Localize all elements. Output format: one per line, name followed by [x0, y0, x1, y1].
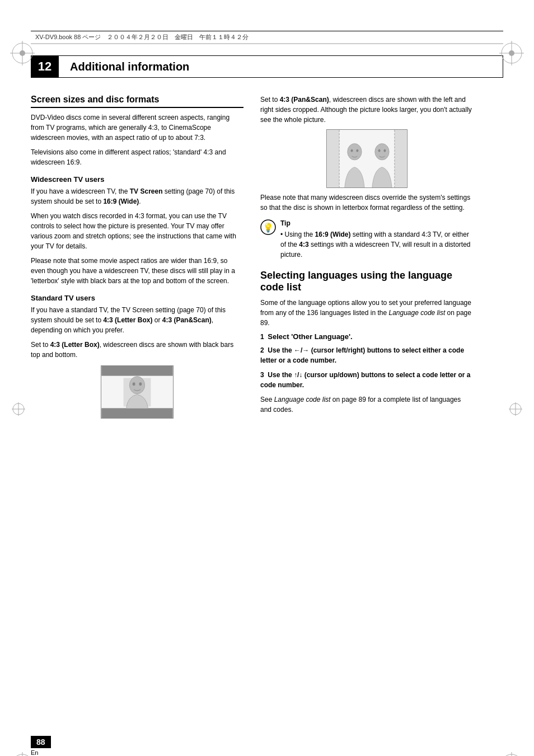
reg-mark-left	[10, 401, 27, 417]
standard-text2: Set to 4:3 (Letter Box), widescreen disc…	[31, 340, 243, 360]
widescreen-text3: Please note that some movie aspect ratio…	[31, 256, 243, 286]
widescreen-text2: When you watch discs recorded in 4:3 for…	[31, 211, 243, 251]
svg-point-33	[350, 149, 353, 152]
reg-mark-right	[507, 401, 524, 417]
section1-title: Screen sizes and disc formats	[31, 95, 243, 108]
svg-rect-22	[101, 366, 172, 376]
tip-text: • Using the 16:9 (Wide) setting with a s…	[280, 229, 473, 260]
svg-point-34	[356, 149, 358, 152]
standard-title: Standard TV users	[31, 294, 243, 302]
chapter-header: 12 Additional information	[31, 55, 503, 78]
svg-point-3	[20, 50, 25, 56]
letterbox-image	[31, 365, 243, 420]
svg-point-27	[139, 382, 142, 386]
widescreen-title: Widescreen TV users	[31, 175, 243, 184]
tip-content: Tip • Using the 16:9 (Wide) setting with…	[280, 219, 473, 264]
svg-rect-30	[327, 130, 339, 187]
svg-point-25	[129, 377, 144, 394]
corner-mark-tr	[495, 36, 528, 70]
section3-intro: Some of the language options allow you t…	[260, 298, 473, 328]
step-2: 2 Use the ←/→ (cursor left/right) button…	[260, 345, 473, 365]
page-language: En	[31, 749, 38, 756]
page-footer: 88 En	[31, 736, 51, 756]
standard-text1: If you have a standard TV, the TV Screen…	[31, 305, 243, 335]
svg-text:💡: 💡	[263, 222, 274, 233]
left-column: Screen sizes and disc formats DVD-Video …	[31, 95, 243, 426]
corner-mark-br	[495, 748, 528, 756]
content-area: Screen sizes and disc formats DVD-Video …	[31, 95, 503, 426]
svg-point-7	[509, 50, 514, 56]
tip-icon: 💡	[260, 219, 276, 235]
file-info-bar: XV-DV9.book 88 ページ ２００４年２月２０日 金曜日 午前１１時４…	[31, 31, 503, 44]
svg-rect-23	[101, 408, 172, 418]
svg-rect-31	[395, 130, 407, 187]
section1-intro2: Televisions also come in different aspec…	[31, 147, 243, 167]
corner-mark-tl	[6, 36, 39, 70]
chapter-title: Additional information	[59, 55, 503, 78]
letterbox-note: Please note that many widescreen discs o…	[260, 192, 473, 213]
widescreen-text1: If you have a widescreen TV, the TV Scre…	[31, 186, 243, 206]
page-container: XV-DV9.book 88 ページ ２００４年２月２０日 金曜日 午前１１時４…	[0, 31, 534, 756]
svg-point-37	[383, 149, 386, 152]
panscan-text: Set to 4:3 (Pan&Scan), widescreen discs …	[260, 95, 473, 125]
section1-intro: DVD-Video discs come in several differen…	[31, 112, 243, 143]
tip-box: 💡 Tip • Using the 16:9 (Wide) setting wi…	[260, 219, 473, 264]
step-1: 1 Select 'Other Language'.	[260, 332, 473, 341]
right-column: Set to 4:3 (Pan&Scan), widescreen discs …	[260, 95, 473, 426]
svg-point-26	[133, 382, 135, 386]
tip-title: Tip	[280, 219, 473, 227]
section3-title: Selecting languages using the language c…	[260, 270, 473, 293]
page-number: 88	[31, 736, 51, 748]
step-3: 3 Use the ↑/↓ (cursor up/down) buttons t…	[260, 370, 473, 415]
panscan-image	[260, 129, 473, 188]
svg-point-36	[378, 149, 380, 152]
